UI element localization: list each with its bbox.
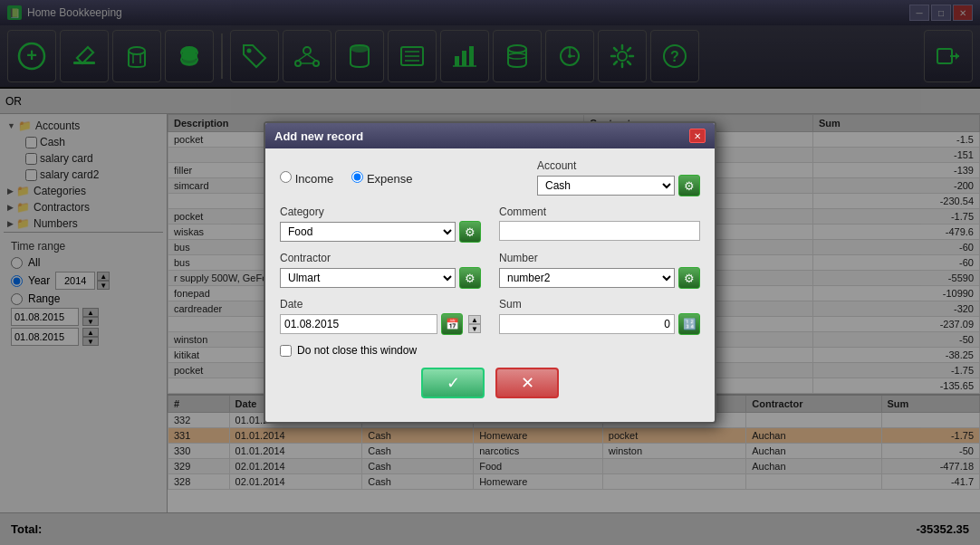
income-expense-radio-group: Income Expense Account Cash salary card …: [280, 159, 700, 196]
date-up-button[interactable]: ▲: [468, 315, 481, 324]
sum-calculator-button[interactable]: 🔢: [678, 313, 700, 335]
number-select[interactable]: number1 number2: [499, 268, 675, 288]
number-label: Number: [499, 252, 700, 264]
modal-ok-button[interactable]: ✓: [421, 368, 485, 398]
date-input[interactable]: [280, 314, 437, 334]
add-record-modal: Add new record ✕ Income Expense Account: [264, 121, 716, 424]
modal-overlay: Add new record ✕ Income Expense Account: [0, 0, 980, 545]
modal-cancel-button[interactable]: ✕: [495, 368, 559, 398]
account-gear-button[interactable]: ⚙: [678, 175, 700, 196]
category-gear-button[interactable]: ⚙: [459, 221, 481, 243]
contractor-gear-button[interactable]: ⚙: [459, 267, 481, 289]
date-sum-row: Date 📅 ▲ ▼ Sum 🔢: [280, 298, 700, 335]
expense-option[interactable]: Expense: [351, 171, 412, 186]
category-select[interactable]: Food Homeware narcotics Transport: [280, 222, 456, 242]
date-label: Date: [280, 298, 481, 311]
expense-label: Expense: [367, 172, 413, 186]
sum-label: Sum: [499, 298, 700, 311]
date-down-button[interactable]: ▼: [468, 324, 481, 333]
date-calendar-button[interactable]: 📅: [441, 313, 463, 335]
do-not-close-row: Do not close this window: [280, 344, 700, 357]
contractor-label: Contractor: [280, 252, 481, 264]
account-label: Account: [537, 159, 700, 172]
contractor-number-row: Contractor Ulmart Auchan Dixie ⚙ Number: [280, 252, 700, 289]
income-label: Income: [295, 172, 334, 186]
category-comment-row: Category Food Homeware narcotics Transpo…: [280, 206, 700, 243]
modal-title-bar: Add new record ✕: [265, 123, 715, 148]
income-radio[interactable]: [280, 171, 292, 183]
sum-input[interactable]: [499, 314, 675, 334]
modal-title: Add new record: [274, 129, 363, 143]
modal-footer: ✓ ✕: [280, 359, 700, 411]
modal-close-button[interactable]: ✕: [689, 129, 706, 143]
cancel-icon: ✕: [521, 373, 534, 393]
expense-radio[interactable]: [351, 171, 363, 183]
modal-body: Income Expense Account Cash salary card …: [265, 148, 715, 422]
account-select[interactable]: Cash salary card salary card2: [537, 176, 675, 196]
income-option[interactable]: Income: [280, 171, 333, 186]
comment-label: Comment: [499, 206, 700, 218]
do-not-close-label: Do not close this window: [297, 344, 417, 357]
category-label: Category: [280, 206, 481, 218]
comment-input[interactable]: [499, 221, 700, 241]
contractor-select[interactable]: Ulmart Auchan Dixie: [280, 268, 456, 288]
do-not-close-checkbox[interactable]: [280, 345, 292, 357]
number-gear-button[interactable]: ⚙: [678, 267, 700, 289]
ok-icon: ✓: [447, 373, 460, 393]
